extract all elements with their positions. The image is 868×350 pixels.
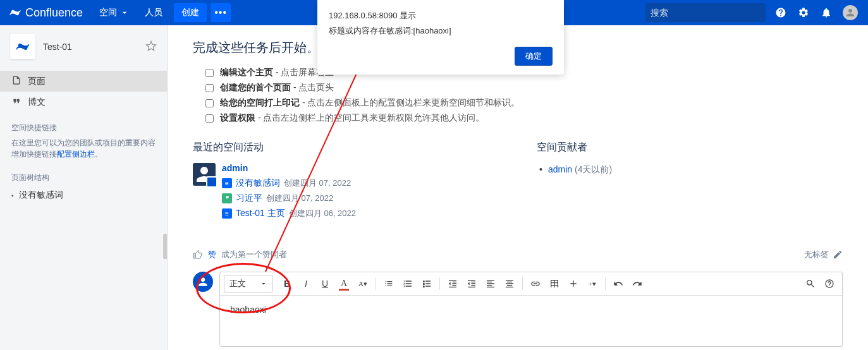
- nav-spaces[interactable]: 空间: [92, 0, 137, 25]
- confluence-icon: [15, 39, 30, 54]
- configure-sidebar-link[interactable]: 配置侧边栏: [57, 150, 95, 159]
- task-checkbox[interactable]: [205, 69, 214, 77]
- table-button[interactable]: [546, 275, 563, 293]
- editor-box: 正文 B I U A A▾: [219, 272, 843, 347]
- task-item: 设置权限 - 点击左边侧栏上的空间工具来更新权限允许其他人访问。: [205, 111, 843, 126]
- alert-dialog: 192.168.0.58:8090 显示 标题或内容存在敏感词:[haohaox…: [317, 0, 564, 75]
- contributors-title: 空间贡献者: [537, 141, 843, 154]
- tree-item[interactable]: 没有敏感词: [0, 186, 167, 205]
- more-format-button[interactable]: A▾: [354, 275, 372, 293]
- editor-textarea[interactable]: haohaoxi: [220, 296, 842, 346]
- activity-link[interactable]: 习近平: [236, 193, 262, 204]
- help-button[interactable]: [769, 0, 792, 25]
- like-hint: 成为第一个赞同者: [221, 249, 287, 260]
- activity-line: ≡ 没有敏感词 创建四月 07, 2022: [222, 176, 499, 191]
- brand-text: Confluence: [25, 6, 83, 20]
- align-dropdown-button[interactable]: [501, 275, 518, 293]
- task-checkbox[interactable]: [205, 84, 214, 92]
- edit-labels-icon[interactable]: [833, 250, 843, 260]
- columns: 最近的空间活动 admin ≡ 没有敏感词 创建四月 07, 2022 ❞: [193, 141, 843, 226]
- separator: [376, 277, 376, 290]
- notifications-button[interactable]: [815, 0, 838, 25]
- page-type-icon: ≡: [222, 178, 232, 188]
- sidebar-resize-handle[interactable]: [163, 234, 167, 259]
- activity-user-link[interactable]: admin: [222, 163, 499, 173]
- user-avatar[interactable]: [843, 5, 858, 20]
- space-logo[interactable]: [10, 34, 35, 59]
- nav-items: 空间 人员 创建 •••: [92, 0, 231, 25]
- number-list-button[interactable]: [399, 275, 417, 293]
- underline-button[interactable]: U: [316, 275, 334, 293]
- comment-editor: 正文 B I U A A▾: [193, 272, 843, 347]
- paragraph-style-select[interactable]: 正文: [224, 275, 273, 293]
- align-left-button[interactable]: [482, 275, 499, 293]
- like-button[interactable]: [193, 250, 203, 260]
- star-icon: [145, 40, 157, 52]
- like-label[interactable]: 赞: [208, 249, 216, 260]
- contributors-col: 空间贡献者 admin (4天以前): [537, 141, 843, 226]
- activity-meta: 创建四月 06, 2022: [289, 208, 356, 219]
- shortcuts-desc: 在这里您可以为您的团队或项目的重要内容增加快捷链接配置侧边栏。: [0, 136, 167, 165]
- task-checkbox[interactable]: [205, 114, 214, 123]
- top-right: [645, 0, 868, 25]
- star-button[interactable]: [145, 40, 157, 54]
- confluence-icon: [9, 6, 21, 19]
- shortcuts-title: 空间快捷链接: [0, 115, 167, 136]
- settings-button[interactable]: [792, 0, 815, 25]
- editor-help-button[interactable]: [821, 275, 838, 293]
- space-name[interactable]: Test-01: [43, 42, 138, 52]
- separator: [605, 277, 606, 290]
- activity-meta: 创建四月 07, 2022: [266, 193, 333, 204]
- nav-people-label: 人员: [145, 7, 162, 18]
- redo-button[interactable]: [628, 275, 646, 293]
- contributor-item: admin (4天以前): [537, 163, 843, 177]
- outdent-button[interactable]: [444, 275, 462, 293]
- shortcuts-desc-end: 。: [95, 150, 102, 159]
- blog-type-icon: ❞: [222, 193, 232, 203]
- task-item: 给您的空间打上印记 - 点击左侧面板上的配置侧边栏来更新空间细节和标识。: [205, 95, 843, 111]
- quote-icon: [11, 96, 21, 108]
- activity-link[interactable]: 没有敏感词: [236, 178, 280, 189]
- dialog-actions: 确定: [329, 47, 553, 66]
- activity-avatar[interactable]: [193, 163, 216, 186]
- indent-button[interactable]: [463, 275, 480, 293]
- insert-button[interactable]: [565, 275, 582, 293]
- activity-meta: 创建四月 07, 2022: [284, 178, 351, 189]
- search-input[interactable]: [651, 8, 761, 18]
- link-button[interactable]: [527, 275, 544, 293]
- sidebar-item-pages[interactable]: 页面: [0, 71, 167, 92]
- contributor-link[interactable]: admin: [548, 164, 572, 174]
- more-button[interactable]: •••: [211, 3, 231, 22]
- task-checkbox[interactable]: [205, 99, 214, 107]
- task-title: 给您的空间打上印记: [220, 97, 300, 107]
- bullet-list-button[interactable]: [380, 275, 398, 293]
- dialog-ok-button[interactable]: 确定: [515, 47, 553, 66]
- text-color-button[interactable]: A: [335, 275, 353, 293]
- search-box[interactable]: [645, 3, 766, 22]
- undo-button[interactable]: [609, 275, 627, 293]
- page-type-icon: ≡: [222, 208, 232, 219]
- bold-button[interactable]: B: [278, 275, 296, 293]
- task-text: 创建您的首个页面 - 点击页头: [220, 82, 334, 94]
- create-button[interactable]: 创建: [174, 3, 207, 22]
- user-icon: [845, 7, 856, 18]
- recent-activity-col: 最近的空间活动 admin ≡ 没有敏感词 创建四月 07, 2022 ❞: [193, 141, 499, 226]
- user-icon: [193, 163, 216, 186]
- brand-logo[interactable]: Confluence: [0, 6, 92, 20]
- task-title: 创建您的首个页面: [220, 82, 291, 92]
- task-rest: - 点击左边侧栏上的空间工具来更新权限允许其他人访问。: [255, 112, 484, 123]
- chevron-down-icon: [119, 8, 130, 18]
- activity-link[interactable]: Test-01 主页: [236, 208, 285, 219]
- sidebar-item-blogs[interactable]: 博文: [0, 92, 167, 112]
- italic-button[interactable]: I: [297, 275, 315, 293]
- nav-people[interactable]: 人员: [137, 0, 170, 25]
- tasklist-button[interactable]: [418, 275, 436, 293]
- find-button[interactable]: [802, 275, 819, 293]
- sidebar-item-label: 页面: [28, 76, 46, 87]
- sidebar: Test-01 页面 博文 空间快捷链接 在这里您可以为您的团队或项目的重要内容…: [0, 25, 168, 350]
- chevron-down-icon: [260, 280, 267, 287]
- style-select-label: 正文: [229, 278, 246, 289]
- insert-more-button[interactable]: +▾: [584, 275, 601, 293]
- separator: [439, 277, 440, 290]
- recent-activity-title: 最近的空间活动: [193, 141, 499, 154]
